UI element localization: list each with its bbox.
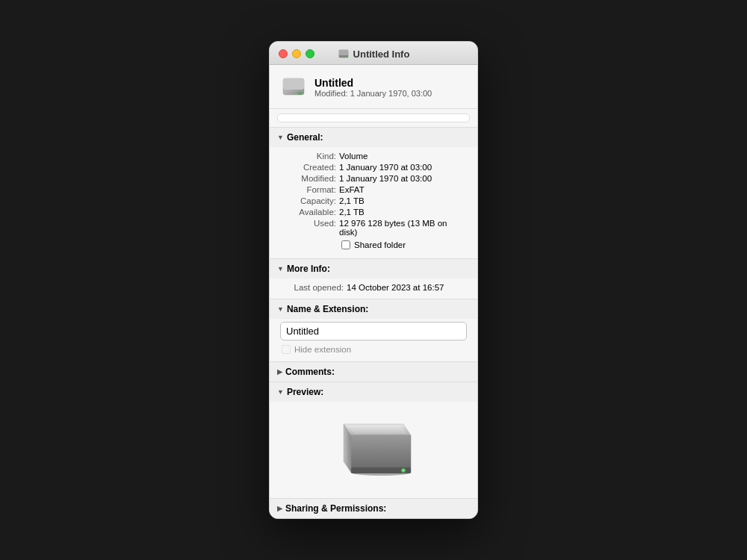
hide-extension-label: Hide extension <box>294 345 351 354</box>
general-section: ▼ General: Kind: Volume Created: 1 Janua… <box>270 127 477 258</box>
comments-label: Comments: <box>285 367 335 377</box>
last-opened-value: 14 October 2023 at 16:57 <box>347 283 444 292</box>
svg-marker-9 <box>351 435 411 473</box>
sharing-section-header[interactable]: ▶ Sharing & Permissions: <box>270 498 477 518</box>
svg-point-6 <box>298 92 301 95</box>
modified-row: Modified: 1 January 1970 at 03:00 <box>280 172 467 184</box>
svg-rect-0 <box>339 50 348 57</box>
shared-folder-checkbox[interactable] <box>341 240 350 249</box>
more-info-section: ▼ More Info: Last opened: 14 October 202… <box>270 258 477 299</box>
modified-value: 1 January 1970 at 03:00 <box>339 174 432 183</box>
info-window: Untitled Info <box>269 41 478 519</box>
file-header: Untitled Modified: 1 January 1970, 03:00 <box>270 65 477 109</box>
kind-label: Kind: <box>280 152 336 161</box>
preview-label: Preview: <box>287 387 323 397</box>
comments-chevron: ▶ <box>277 368 282 376</box>
name-extension-body: Hide extension <box>270 319 477 361</box>
sharing-chevron: ▶ <box>277 505 282 512</box>
available-label: Available: <box>280 208 336 217</box>
svg-rect-1 <box>339 50 348 55</box>
name-extension-chevron: ▼ <box>277 305 284 313</box>
tags-field[interactable] <box>277 113 470 122</box>
general-section-body: Kind: Volume Created: 1 January 1970 at … <box>270 147 477 258</box>
created-label: Created: <box>280 163 336 172</box>
more-info-header[interactable]: ▼ More Info: <box>270 259 477 279</box>
minimize-button[interactable] <box>292 49 301 58</box>
titlebar: Untitled Info <box>270 42 477 65</box>
file-modified: Modified: 1 January 1970, 03:00 <box>314 89 432 98</box>
last-opened-label: Last opened: <box>280 283 344 292</box>
close-button[interactable] <box>279 49 288 58</box>
window-content: Untitled Modified: 1 January 1970, 03:00… <box>270 65 477 518</box>
preview-header[interactable]: ▼ Preview: <box>270 382 477 402</box>
shared-folder-row: Shared folder <box>280 237 467 252</box>
kind-value: Volume <box>339 152 368 161</box>
preview-section: ▼ Preview: <box>270 382 477 498</box>
volume-icon <box>281 75 306 100</box>
used-label: Used: <box>280 219 336 237</box>
capacity-row: Capacity: 2,1 TB <box>280 195 467 206</box>
file-info: Untitled Modified: 1 January 1970, 03:00 <box>314 77 432 98</box>
general-chevron: ▼ <box>277 134 284 141</box>
used-row: Used: 12 976 128 bytes (13 MB on disk) <box>280 217 467 237</box>
format-value: ExFAT <box>339 185 365 194</box>
file-icon-container <box>280 74 307 101</box>
more-info-body: Last opened: 14 October 2023 at 16:57 <box>270 279 477 299</box>
maximize-button[interactable] <box>306 49 314 58</box>
general-label: General: <box>287 132 323 143</box>
shared-folder-label: Shared folder <box>354 240 406 249</box>
last-opened-row: Last opened: 14 October 2023 at 16:57 <box>280 281 467 293</box>
preview-body <box>270 402 477 498</box>
svg-marker-14 <box>347 426 407 434</box>
created-row: Created: 1 January 1970 at 03:00 <box>280 161 467 172</box>
svg-point-2 <box>344 55 346 57</box>
file-name: Untitled <box>314 77 432 89</box>
used-value: 12 976 128 bytes (13 MB on disk) <box>339 219 467 237</box>
sharing-label: Sharing & Permissions: <box>285 503 386 514</box>
more-info-chevron: ▼ <box>277 265 284 273</box>
drive-icon-small <box>338 48 350 60</box>
preview-chevron: ▼ <box>277 388 284 396</box>
comments-section-header[interactable]: ▶ Comments: <box>270 361 477 382</box>
filename-input[interactable] <box>280 322 467 340</box>
capacity-label: Capacity: <box>280 196 336 205</box>
name-extension-section: ▼ Name & Extension: Hide extension <box>270 299 477 361</box>
capacity-value: 2,1 TB <box>339 196 365 205</box>
modified-label: Modified: <box>280 174 336 183</box>
available-row: Available: 2,1 TB <box>280 206 467 217</box>
format-label: Format: <box>280 185 336 194</box>
hide-extension-checkbox[interactable] <box>282 345 291 354</box>
name-extension-header[interactable]: ▼ Name & Extension: <box>270 299 477 319</box>
svg-rect-4 <box>283 78 304 90</box>
format-row: Format: ExFAT <box>280 184 467 195</box>
created-value: 1 January 1970 at 03:00 <box>339 163 432 172</box>
name-extension-label: Name & Extension: <box>287 304 368 314</box>
more-info-label: More Info: <box>287 264 330 274</box>
general-section-header[interactable]: ▼ General: <box>270 128 477 147</box>
kind-row: Kind: Volume <box>280 150 467 161</box>
hdd-preview-icon <box>329 409 418 488</box>
hide-extension-row: Hide extension <box>280 343 467 355</box>
available-value: 2,1 TB <box>339 208 365 217</box>
svg-point-13 <box>403 470 405 472</box>
traffic-lights <box>279 49 314 58</box>
